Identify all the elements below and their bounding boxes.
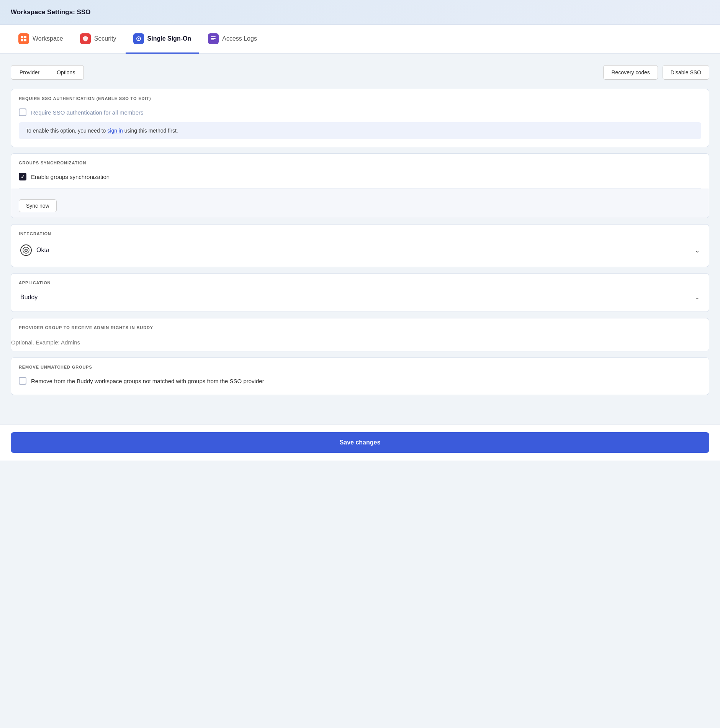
remove-unmatched-checkbox-row: Remove from the Buddy workspace groups n…: [19, 375, 701, 387]
svg-rect-7: [211, 38, 216, 39]
svg-point-5: [138, 38, 139, 39]
provider-group-section: PROVIDER GROUP TO RECEIVE ADMIN RIGHTS I…: [11, 318, 709, 351]
page-title: Workspace Settings: SSO: [11, 8, 90, 16]
application-section: APPLICATION Buddy ⌄: [11, 273, 709, 312]
remove-unmatched-body: Remove from the Buddy workspace groups n…: [11, 373, 709, 395]
sso-auth-checkbox-row: Require SSO authentication for all membe…: [19, 106, 701, 118]
integration-value-row: Okta: [20, 244, 49, 256]
integration-body: Okta ⌄: [11, 240, 709, 267]
sso-auth-header: REQUIRE SSO AUTHENTICATION (ENABLE SSO T…: [11, 89, 709, 105]
application-chevron-icon: ⌄: [695, 293, 700, 301]
integration-chevron-icon: ⌄: [695, 247, 700, 254]
svg-rect-0: [21, 36, 23, 38]
nav-tabs-bar: Workspace Security Single Sign-On: [0, 25, 720, 54]
sign-in-link[interactable]: sign in: [107, 128, 123, 134]
info-text-before: To enable this option, you need to: [26, 128, 107, 134]
svg-rect-2: [21, 39, 23, 41]
sso-icon: [133, 33, 144, 44]
sso-auth-checkbox-label: Require SSO authentication for all membe…: [31, 109, 143, 116]
provider-group-input[interactable]: [11, 337, 709, 348]
svg-rect-8: [211, 39, 214, 40]
integration-header: INTEGRATION: [11, 225, 709, 240]
tab-security-label: Security: [94, 35, 116, 42]
save-changes-button[interactable]: Save changes: [11, 432, 709, 453]
groups-sync-checkbox-label: Enable groups synchronization: [31, 174, 110, 180]
save-bar: Save changes: [0, 424, 720, 461]
groups-sync-checkbox-row: Enable groups synchronization: [19, 171, 701, 183]
workspace-icon: [18, 33, 29, 44]
tab-workspace[interactable]: Workspace: [11, 25, 71, 54]
svg-point-11: [25, 249, 27, 251]
sub-tab-buttons: Provider Options: [11, 65, 84, 80]
application-dropdown[interactable]: Buddy ⌄: [19, 290, 701, 304]
groups-sync-section: GROUPS SYNCHRONIZATION Enable groups syn…: [11, 153, 709, 218]
recovery-codes-button[interactable]: Recovery codes: [603, 65, 658, 80]
provider-tab-button[interactable]: Provider: [11, 65, 48, 80]
integration-dropdown[interactable]: Okta ⌄: [19, 241, 701, 259]
svg-rect-3: [24, 39, 26, 41]
top-header: Workspace Settings: SSO: [0, 0, 720, 25]
options-tab-button[interactable]: Options: [48, 65, 84, 80]
groups-sync-body: Enable groups synchronization Sync now: [11, 169, 709, 218]
main-content: Provider Options Recovery codes Disable …: [0, 54, 720, 413]
okta-icon: [20, 244, 32, 256]
groups-sync-header: GROUPS SYNCHRONIZATION: [11, 154, 709, 169]
groups-sync-checkbox[interactable]: [19, 173, 26, 180]
action-buttons: Recovery codes Disable SSO: [603, 65, 709, 80]
provider-group-header: PROVIDER GROUP TO RECEIVE ADMIN RIGHTS I…: [11, 318, 709, 334]
security-icon: [80, 33, 91, 44]
tab-access-logs-label: Access Logs: [222, 35, 257, 42]
integration-section: INTEGRATION Okta ⌄: [11, 224, 709, 267]
tab-sso[interactable]: Single Sign-On: [126, 25, 199, 54]
toolbar-row: Provider Options Recovery codes Disable …: [11, 65, 709, 80]
svg-rect-6: [211, 36, 216, 37]
application-value-row: Buddy: [20, 294, 38, 301]
remove-unmatched-section: REMOVE UNMATCHED GROUPS Remove from the …: [11, 357, 709, 395]
info-text-after: using this method first.: [123, 128, 178, 134]
remove-unmatched-checkbox[interactable]: [19, 377, 26, 385]
sync-now-button[interactable]: Sync now: [19, 199, 57, 212]
tab-sso-label: Single Sign-On: [147, 35, 191, 42]
svg-rect-1: [24, 36, 26, 38]
integration-value: Okta: [36, 247, 49, 254]
tab-security[interactable]: Security: [72, 25, 124, 54]
sso-auth-section: REQUIRE SSO AUTHENTICATION (ENABLE SSO T…: [11, 89, 709, 147]
sso-auth-checkbox[interactable]: [19, 108, 26, 116]
sso-auth-body: Require SSO authentication for all membe…: [11, 105, 709, 147]
application-header: APPLICATION: [11, 274, 709, 289]
remove-unmatched-checkbox-label: Remove from the Buddy workspace groups n…: [31, 378, 264, 384]
provider-group-body: [11, 334, 709, 351]
access-logs-icon: [208, 33, 219, 44]
tab-access-logs[interactable]: Access Logs: [200, 25, 265, 54]
application-value: Buddy: [20, 294, 38, 301]
sso-auth-info: To enable this option, you need to sign …: [19, 122, 701, 139]
tab-workspace-label: Workspace: [33, 35, 63, 42]
disable-sso-button[interactable]: Disable SSO: [663, 65, 709, 80]
application-body: Buddy ⌄: [11, 289, 709, 312]
remove-unmatched-header: REMOVE UNMATCHED GROUPS: [11, 358, 709, 373]
